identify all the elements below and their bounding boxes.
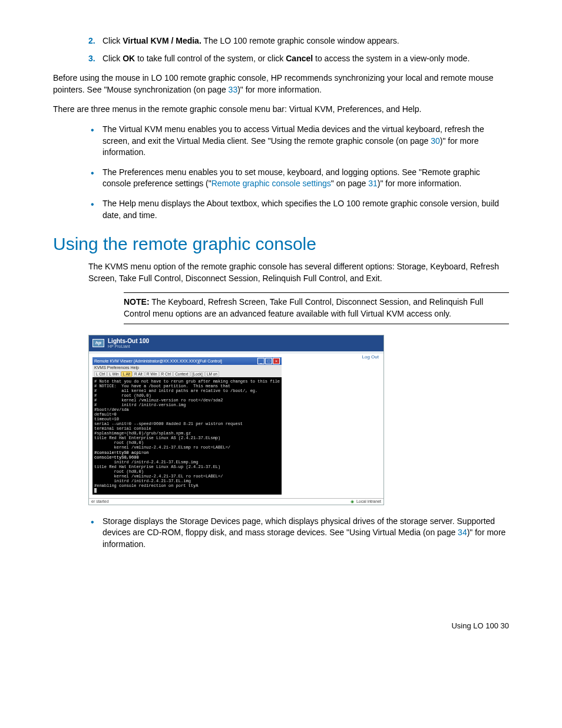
intranet-zone-icon: ◉	[351, 499, 354, 504]
status-right: Local intranet	[356, 499, 381, 504]
app-subtitle: HP ProLiant	[108, 344, 149, 349]
toolbar-button[interactable]: L Win	[107, 371, 120, 377]
page-link[interactable]: 33	[229, 85, 238, 94]
step-text: Click	[103, 54, 123, 63]
kvm-menu-bar[interactable]: KVMS Preferences Help	[92, 365, 282, 371]
screenshot-lights-out-console: hp Lights-Out 100 HP ProLiant Remote KVM…	[88, 335, 384, 505]
paragraph: There are three menus in the remote grap…	[53, 104, 509, 116]
bullet-preferences: The Preferences menu enables you to set …	[88, 167, 509, 190]
note-label: NOTE:	[124, 297, 150, 307]
section-intro: The KVMS menu option of the remote graph…	[88, 261, 509, 284]
toolbar-button[interactable]: LM on	[205, 371, 219, 377]
note-text: The Keyboard, Refresh Screen, Take Full …	[124, 297, 483, 318]
page-footer: Using LO 100 30	[53, 621, 509, 631]
maximize-icon[interactable]: □	[265, 358, 272, 364]
menu-bullet-list: The Virtual KVM menu enables you to acce…	[88, 124, 509, 221]
toolbar-button[interactable]: [Lock]	[191, 371, 204, 377]
paragraph: Before using the mouse in LO 100 remote …	[53, 73, 509, 95]
logout-link[interactable]: Log Out	[362, 355, 379, 360]
step-bold: Cancel	[286, 54, 313, 63]
console-output: # Note that you do not have to rerun gru…	[92, 377, 282, 495]
app-titlebar: hp Lights-Out 100 HP ProLiant	[89, 335, 384, 351]
toolbar-button[interactable]: Context	[173, 371, 190, 377]
page-link[interactable]: 30	[431, 136, 440, 146]
step-number: 2.	[88, 35, 95, 47]
step-text: to access the system in a view-only mode…	[313, 54, 470, 63]
browser-status-bar: er started ◉ Local intranet	[89, 498, 384, 505]
note-box: NOTE: The Keyboard, Refresh Screen, Take…	[124, 292, 509, 324]
step-3: 3. Click OK to take full control of the …	[88, 53, 509, 65]
toolbar-button[interactable]: R Win	[145, 371, 159, 377]
numbered-steps: 2. Click Virtual KVM / Media. The LO 100…	[88, 35, 509, 64]
step-bold: Virtual KVM / Media.	[123, 36, 201, 45]
step-text: to take full control of the system, or c…	[135, 54, 286, 63]
step-bold: OK	[123, 54, 135, 63]
kvm-window: Remote KVM Viewer (Administrator@XX.XXX.…	[92, 357, 282, 495]
kvm-window-title: Remote KVM Viewer (Administrator@XX.XXX.…	[94, 359, 222, 364]
kvm-window-titlebar: Remote KVM Viewer (Administrator@XX.XXX.…	[92, 357, 282, 365]
step-text: The LO 100 remote graphic console window…	[201, 36, 399, 45]
status-left: er started	[91, 499, 109, 504]
step-2: 2. Click Virtual KVM / Media. The LO 100…	[88, 35, 509, 47]
window-buttons: _□×	[257, 358, 280, 364]
step-text: Click	[103, 36, 123, 45]
bullet-storage: Storage displays the Storage Devices pag…	[88, 516, 509, 551]
hp-logo-icon: hp	[92, 339, 104, 347]
app-title: Lights-Out 100	[108, 338, 149, 344]
step-number: 3.	[88, 53, 95, 65]
close-icon[interactable]: ×	[273, 358, 280, 364]
after-screenshot-bullets: Storage displays the Storage Devices pag…	[88, 516, 509, 551]
toolbar-button[interactable]: R Ctrl	[160, 371, 173, 377]
section-heading: Using the remote graphic console	[53, 232, 509, 256]
bullet-help: The Help menu displays the About textbox…	[88, 198, 509, 221]
toolbar-button[interactable]: L Alt	[121, 371, 132, 377]
page-link[interactable]: 31	[368, 179, 378, 188]
toolbar-button[interactable]: L Ctrl	[94, 371, 107, 377]
cross-ref-link[interactable]: Remote graphic console settings	[211, 179, 331, 188]
bullet-virtual-kvm: The Virtual KVM menu enables you to acce…	[88, 124, 509, 159]
page-link[interactable]: 34	[458, 528, 467, 537]
kvm-toolbar: L CtrlL WinL AltR AltR WinR CtrlContext[…	[92, 371, 282, 377]
minimize-icon[interactable]: _	[257, 358, 265, 364]
toolbar-button[interactable]: R Alt	[133, 371, 144, 377]
